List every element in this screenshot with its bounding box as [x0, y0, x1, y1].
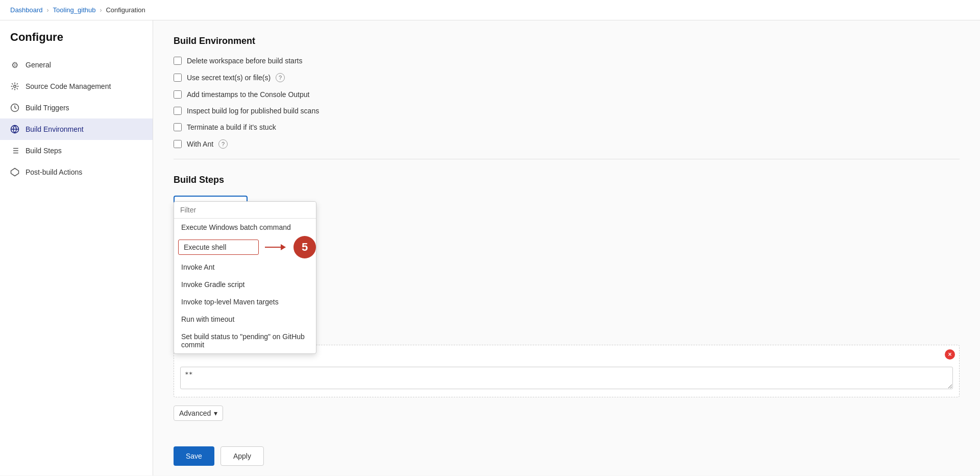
list-icon	[10, 146, 19, 155]
with-ant-help-icon[interactable]: ?	[218, 139, 228, 149]
sidebar: Configure ⚙ General Source Code Manageme…	[0, 20, 153, 475]
content-area: Build Environment Delete workspace befor…	[153, 20, 980, 475]
secret-text-checkbox[interactable]	[174, 74, 182, 82]
advanced-label: Advanced	[179, 409, 211, 417]
build-step-close-button[interactable]: ×	[945, 349, 955, 360]
build-step-textarea[interactable]: **	[180, 367, 953, 389]
sidebar-item-general[interactable]: ⚙ General	[0, 54, 153, 76]
apply-button[interactable]: Apply	[220, 446, 264, 466]
sidebar-item-post-build[interactable]: Post-build Actions	[0, 161, 153, 183]
hexagon-icon	[10, 168, 19, 177]
advanced-toggle[interactable]: Advanced ▾	[174, 406, 223, 421]
inspect-build-label: Inspect build log for published build sc…	[187, 107, 319, 115]
breadcrumb-sep-1: ›	[47, 7, 49, 14]
sidebar-label-build-environment: Build Environment	[26, 125, 84, 133]
save-button[interactable]: Save	[174, 446, 214, 466]
breadcrumb-tooling[interactable]: Tooling_github	[53, 6, 96, 14]
sidebar-label-build-triggers: Build Triggers	[26, 104, 69, 112]
sidebar-label-source-code: Source Code Management	[26, 82, 111, 90]
checkbox-with-ant: With Ant ?	[174, 139, 960, 149]
globe-icon	[10, 125, 19, 134]
timestamps-checkbox[interactable]	[174, 90, 182, 99]
dropdown-filter-input[interactable]	[174, 202, 316, 219]
sidebar-title: Configure	[0, 31, 153, 54]
dropdown-item-run-timeout[interactable]: Run with timeout	[174, 311, 316, 328]
sidebar-label-build-steps: Build Steps	[26, 147, 62, 155]
dropdown-item-invoke-maven[interactable]: Invoke top-level Maven targets	[174, 293, 316, 311]
secret-text-help-icon[interactable]: ?	[276, 73, 285, 82]
dropdown-item-execute-shell[interactable]: Execute shell	[178, 240, 259, 255]
with-ant-checkbox[interactable]	[174, 140, 182, 148]
checkbox-inspect-build: Inspect build log for published build sc…	[174, 107, 960, 115]
dropdown-item-set-build-status[interactable]: Set build status to "pending" on GitHub …	[174, 328, 316, 353]
sidebar-item-source-code[interactable]: Source Code Management	[0, 76, 153, 97]
main-layout: Configure ⚙ General Source Code Manageme…	[0, 20, 980, 475]
with-ant-label: With Ant	[187, 140, 213, 148]
sidebar-label-post-build: Post-build Actions	[26, 168, 82, 176]
clock-icon	[10, 103, 19, 112]
breadcrumb-current: Configuration	[106, 6, 145, 14]
delete-workspace-checkbox[interactable]	[174, 57, 182, 65]
timestamps-label: Add timestamps to the Console Output	[187, 90, 309, 99]
breadcrumb-dashboard[interactable]: Dashboard	[10, 6, 43, 14]
breadcrumb-sep-2: ›	[100, 7, 102, 14]
build-steps-title: Build Steps	[174, 175, 960, 185]
dropdown-item-windows-batch[interactable]: Execute Windows batch command	[174, 219, 316, 236]
dropdown-item-invoke-gradle[interactable]: Invoke Gradle script	[174, 276, 316, 293]
advanced-chevron-icon: ▾	[214, 409, 217, 417]
source-code-icon	[10, 82, 19, 91]
gear-icon: ⚙	[10, 60, 19, 69]
sidebar-item-build-steps[interactable]: Build Steps	[0, 140, 153, 161]
build-environment-section: Build Environment Delete workspace befor…	[174, 36, 960, 149]
inspect-build-checkbox[interactable]	[174, 107, 182, 115]
build-step-dropdown: Execute Windows batch command Execute sh…	[174, 201, 316, 354]
divider	[174, 159, 960, 159]
annotation-5: 5	[293, 236, 316, 258]
checkbox-terminate: Terminate a build if it's stuck	[174, 123, 960, 131]
sidebar-item-build-triggers[interactable]: Build Triggers	[0, 97, 153, 118]
checkbox-secret-text: Use secret text(s) or file(s) ?	[174, 73, 960, 82]
delete-workspace-label: Delete workspace before build starts	[187, 57, 302, 65]
svg-marker-10	[11, 169, 19, 176]
terminate-label: Terminate a build if it's stuck	[187, 123, 276, 131]
breadcrumb: Dashboard › Tooling_github › Configurati…	[0, 0, 980, 20]
svg-point-0	[14, 85, 16, 88]
secret-text-label: Use secret text(s) or file(s)	[187, 74, 271, 82]
sidebar-item-build-environment[interactable]: Build Environment	[0, 118, 153, 140]
checkbox-timestamps: Add timestamps to the Console Output	[174, 90, 960, 99]
dropdown-item-invoke-ant[interactable]: Invoke Ant	[174, 258, 316, 276]
build-environment-title: Build Environment	[174, 36, 960, 46]
build-steps-section: Build Steps Add build step ▲ Execute Win…	[174, 175, 960, 421]
checkbox-delete-workspace: Delete workspace before build starts	[174, 57, 960, 65]
footer-buttons: Save Apply	[174, 436, 960, 466]
sidebar-label-general: General	[26, 61, 51, 69]
terminate-checkbox[interactable]	[174, 123, 182, 131]
